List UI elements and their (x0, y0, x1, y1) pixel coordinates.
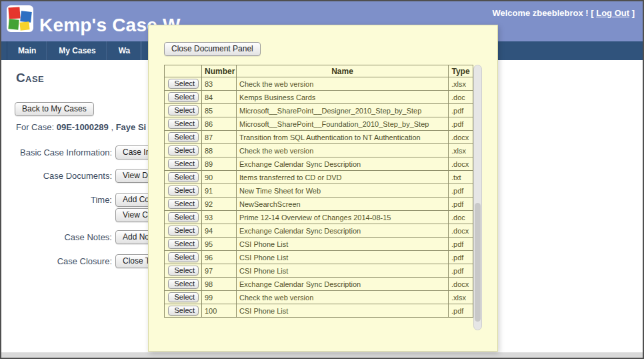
select-button[interactable]: Select (168, 306, 199, 316)
doc-number-cell: 83 (202, 77, 237, 91)
doc-number-cell: 87 (202, 131, 237, 144)
for-case-separator: , (111, 122, 113, 132)
doc-select-cell: Select (165, 77, 202, 91)
case-closure-label: Case Closure: (1, 254, 112, 269)
document-panel: Close Document Panel Number Name Type Se… (148, 25, 498, 352)
document-row: Select 83 Check the web version .xlsx (165, 77, 473, 91)
close-document-panel-button[interactable]: Close Document Panel (164, 42, 261, 56)
document-row: Select 99 Check the web version .xlsx (165, 291, 473, 304)
select-button[interactable]: Select (168, 119, 199, 129)
document-row: Select 90 Items transferred to CD or DVD… (165, 171, 473, 184)
logo-green-square (8, 19, 19, 29)
select-button[interactable]: Select (168, 132, 199, 142)
doc-select-cell: Select (165, 291, 202, 304)
back-to-my-cases-button[interactable]: Back to My Cases (15, 102, 94, 116)
document-row: Select 95 CSI Phone List .pdf (165, 238, 473, 251)
doc-number-cell: 93 (202, 211, 237, 224)
select-button[interactable]: Select (168, 105, 199, 115)
document-row: Select 84 Kemps Business Cards .doc (165, 91, 473, 104)
doc-number-cell: 85 (202, 104, 237, 117)
for-case-line: For Case: 09E-1000289 , Faye Si (16, 122, 146, 132)
section-basic-info: Basic Case Information: Case Inf (1, 145, 160, 160)
doc-select-cell: Select (165, 184, 202, 198)
doc-number-cell: 84 (202, 91, 237, 104)
bottom-gutter (1, 352, 643, 358)
select-button[interactable]: Select (168, 172, 199, 182)
doc-select-cell: Select (165, 224, 202, 238)
nav-tab-watch[interactable]: Wa (107, 41, 142, 60)
type-column-header: Type (449, 65, 473, 77)
doc-number-cell: 86 (202, 117, 237, 131)
select-button[interactable]: Select (168, 79, 199, 89)
doc-number-cell: 95 (202, 238, 237, 251)
logo-yellow-square (19, 21, 29, 30)
doc-type-cell: .docx (449, 224, 473, 238)
document-row: Select 87 Transition from SQL Authentica… (165, 131, 473, 144)
logout-link[interactable]: Log Out (596, 8, 629, 18)
doc-number-cell: 100 (202, 304, 237, 318)
time-label: Time: (1, 193, 112, 208)
document-row: Select 85 Microsoft__SharePoint__Designe… (165, 104, 473, 117)
case-documents-label: Case Documents: (1, 169, 112, 184)
select-button[interactable]: Select (168, 145, 199, 155)
select-button[interactable]: Select (168, 199, 199, 209)
page-title: Case (16, 71, 44, 85)
doc-number-cell: 97 (202, 264, 237, 278)
doc-type-cell: .pdf (449, 184, 473, 198)
doc-select-cell: Select (165, 198, 202, 211)
doc-select-cell: Select (165, 157, 202, 171)
nav-tab-my-cases[interactable]: My Cases (47, 41, 107, 60)
select-button[interactable]: Select (168, 239, 199, 249)
number-column-header: Number (202, 65, 237, 77)
select-button[interactable]: Select (168, 186, 199, 196)
select-button[interactable]: Select (168, 92, 199, 102)
app-logo-icon (7, 5, 33, 32)
doc-name-cell: Exchange Calendar Sync Description (237, 278, 449, 291)
case-notes-label: Case Notes: (1, 230, 112, 245)
select-button[interactable]: Select (168, 266, 199, 276)
doc-type-cell: .pdf (449, 304, 473, 318)
doc-name-cell: CSI Phone List (237, 304, 449, 318)
doc-type-cell: .xlsx (449, 144, 473, 157)
doc-type-cell: .pdf (449, 198, 473, 211)
welcome-text: Welcome zbeeblebrox ! [ Log Out ] (492, 8, 635, 18)
section-case-closure: Case Closure: Close Th (1, 254, 162, 269)
doc-name-cell: Check the web version (237, 291, 449, 304)
doc-name-cell: Exchange Calendar Sync Description (237, 224, 449, 238)
doc-type-cell: .docx (449, 278, 473, 291)
doc-number-cell: 91 (202, 184, 237, 198)
doc-type-cell: .pdf (449, 251, 473, 264)
doc-number-cell: 90 (202, 171, 237, 184)
document-row: Select 88 Check the web version .xlsx (165, 144, 473, 157)
doc-select-cell: Select (165, 117, 202, 131)
documents-scrollbar[interactable] (473, 65, 482, 330)
documents-table: Number Name Type Select 83 Check the web… (164, 65, 473, 318)
doc-type-cell: .txt (449, 171, 473, 184)
for-case-label: For Case: (16, 122, 54, 132)
doc-number-cell: 88 (202, 144, 237, 157)
select-button[interactable]: Select (168, 292, 199, 302)
scrollbar-thumb[interactable] (475, 203, 481, 322)
logo-red-square (8, 7, 20, 19)
doc-number-cell: 98 (202, 278, 237, 291)
document-row: Select 93 Prime 12-14 Overview of Change… (165, 211, 473, 224)
doc-name-cell: Prime 12-14 Overview of Changes 2014-08-… (237, 211, 449, 224)
nav-tab-main[interactable]: Main (7, 41, 47, 60)
select-column-header (165, 65, 202, 77)
doc-type-cell: .pdf (449, 238, 473, 251)
select-button[interactable]: Select (168, 279, 199, 289)
doc-select-cell: Select (165, 171, 202, 184)
doc-select-cell: Select (165, 251, 202, 264)
documents-table-header: Number Name Type (165, 65, 473, 77)
select-button[interactable]: Select (168, 226, 199, 236)
case-number: 09E-1000289 (57, 122, 109, 132)
select-button[interactable]: Select (168, 159, 199, 169)
select-button[interactable]: Select (168, 252, 199, 262)
select-button[interactable]: Select (168, 212, 199, 222)
doc-name-cell: CSI Phone List (237, 238, 449, 251)
doc-select-cell: Select (165, 238, 202, 251)
basic-info-label: Basic Case Information: (1, 145, 112, 160)
logo-blue-square (20, 11, 32, 23)
welcome-suffix: ] (632, 8, 635, 18)
doc-select-cell: Select (165, 211, 202, 224)
